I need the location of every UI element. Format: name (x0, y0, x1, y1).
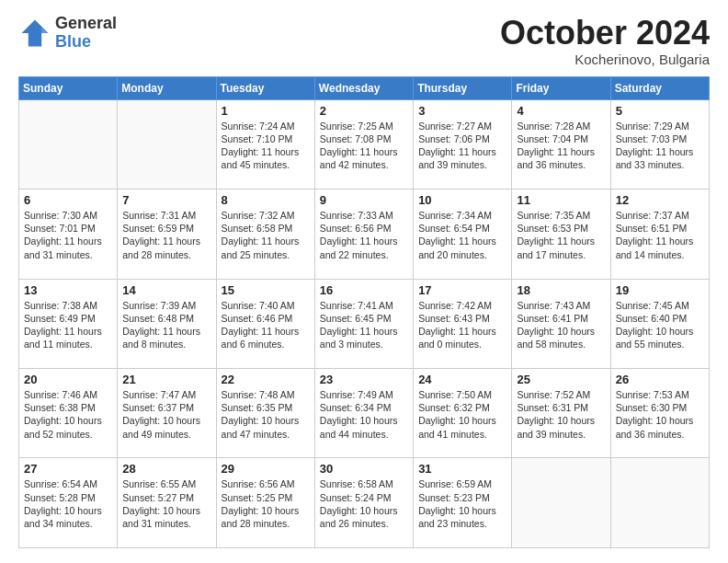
day-number: 26 (616, 373, 704, 386)
weekday-header: Wednesday (314, 76, 413, 99)
day-number: 16 (320, 283, 408, 297)
day-number: 11 (517, 193, 605, 207)
weekday-header: Friday (512, 76, 610, 99)
day-number: 8 (222, 193, 310, 207)
day-number: 23 (320, 373, 408, 386)
day-number: 18 (517, 283, 605, 297)
calendar: SundayMondayTuesdayWednesdayThursdayFrid… (18, 76, 710, 548)
calendar-cell: 6Sunrise: 7:30 AM Sunset: 7:01 PM Daylig… (19, 190, 118, 279)
calendar-cell: 24Sunrise: 7:50 AM Sunset: 6:32 PM Dayli… (414, 369, 512, 458)
calendar-cell: 12Sunrise: 7:37 AM Sunset: 6:51 PM Dayli… (610, 190, 709, 279)
header: General Blue October 2024 Kocherinovo, B… (18, 15, 710, 67)
day-info: Sunrise: 7:38 AM Sunset: 6:49 PM Dayligh… (24, 299, 112, 351)
day-number: 22 (222, 373, 310, 386)
day-number: 1 (222, 104, 310, 118)
day-info: Sunrise: 7:40 AM Sunset: 6:46 PM Dayligh… (222, 299, 310, 351)
page: General Blue October 2024 Kocherinovo, B… (0, 0, 728, 563)
subtitle: Kocherinovo, Bulgaria (500, 52, 710, 67)
day-number: 21 (122, 373, 210, 386)
calendar-cell: 2Sunrise: 7:25 AM Sunset: 7:08 PM Daylig… (314, 99, 413, 189)
calendar-week-row: 13Sunrise: 7:38 AM Sunset: 6:49 PM Dayli… (19, 279, 710, 368)
calendar-cell: 27Sunrise: 6:54 AM Sunset: 5:28 PM Dayli… (19, 458, 118, 548)
main-title: October 2024 (500, 15, 710, 52)
weekday-header: Tuesday (216, 76, 314, 99)
day-info: Sunrise: 7:41 AM Sunset: 6:45 PM Dayligh… (320, 299, 408, 351)
calendar-cell: 4Sunrise: 7:28 AM Sunset: 7:04 PM Daylig… (512, 99, 610, 189)
calendar-cell: 18Sunrise: 7:43 AM Sunset: 6:41 PM Dayli… (512, 279, 610, 368)
calendar-cell: 5Sunrise: 7:29 AM Sunset: 7:03 PM Daylig… (610, 99, 709, 189)
calendar-cell: 10Sunrise: 7:34 AM Sunset: 6:54 PM Dayli… (414, 190, 512, 279)
calendar-cell: 13Sunrise: 7:38 AM Sunset: 6:49 PM Dayli… (19, 279, 118, 368)
day-number: 27 (24, 462, 112, 476)
calendar-cell: 19Sunrise: 7:45 AM Sunset: 6:40 PM Dayli… (610, 279, 709, 368)
day-number: 12 (616, 193, 704, 207)
day-info: Sunrise: 7:37 AM Sunset: 6:51 PM Dayligh… (616, 209, 704, 261)
day-number: 28 (122, 462, 210, 476)
day-number: 4 (517, 104, 605, 118)
day-info: Sunrise: 7:24 AM Sunset: 7:10 PM Dayligh… (222, 120, 310, 172)
calendar-cell: 28Sunrise: 6:55 AM Sunset: 5:27 PM Dayli… (118, 458, 216, 548)
day-info: Sunrise: 6:55 AM Sunset: 5:27 PM Dayligh… (122, 477, 210, 530)
calendar-cell: 8Sunrise: 7:32 AM Sunset: 6:58 PM Daylig… (216, 190, 314, 279)
weekday-header: Sunday (19, 76, 118, 99)
logo-icon (18, 17, 51, 50)
calendar-cell: 16Sunrise: 7:41 AM Sunset: 6:45 PM Dayli… (314, 279, 413, 368)
day-info: Sunrise: 7:49 AM Sunset: 6:34 PM Dayligh… (320, 388, 408, 441)
day-info: Sunrise: 7:47 AM Sunset: 6:37 PM Dayligh… (122, 388, 210, 441)
calendar-cell: 1Sunrise: 7:24 AM Sunset: 7:10 PM Daylig… (216, 99, 314, 189)
day-info: Sunrise: 7:25 AM Sunset: 7:08 PM Dayligh… (320, 120, 408, 172)
day-number: 30 (320, 462, 408, 476)
day-number: 24 (418, 373, 506, 386)
calendar-cell: 20Sunrise: 7:46 AM Sunset: 6:38 PM Dayli… (19, 369, 118, 458)
calendar-week-row: 20Sunrise: 7:46 AM Sunset: 6:38 PM Dayli… (19, 369, 710, 458)
weekday-header-row: SundayMondayTuesdayWednesdayThursdayFrid… (19, 76, 710, 99)
day-info: Sunrise: 7:35 AM Sunset: 6:53 PM Dayligh… (517, 209, 605, 261)
calendar-cell: 3Sunrise: 7:27 AM Sunset: 7:06 PM Daylig… (414, 99, 512, 189)
day-info: Sunrise: 7:39 AM Sunset: 6:48 PM Dayligh… (122, 299, 210, 351)
day-info: Sunrise: 7:29 AM Sunset: 7:03 PM Dayligh… (616, 120, 704, 172)
day-number: 20 (24, 373, 112, 386)
day-info: Sunrise: 7:30 AM Sunset: 7:01 PM Dayligh… (24, 209, 112, 261)
weekday-header: Monday (118, 76, 216, 99)
day-info: Sunrise: 7:32 AM Sunset: 6:58 PM Dayligh… (222, 209, 310, 261)
calendar-cell: 31Sunrise: 6:59 AM Sunset: 5:23 PM Dayli… (414, 458, 512, 548)
day-info: Sunrise: 7:34 AM Sunset: 6:54 PM Dayligh… (418, 209, 506, 261)
logo: General Blue (18, 15, 117, 52)
day-number: 6 (24, 193, 112, 207)
logo-general: General (55, 15, 117, 33)
day-number: 17 (418, 283, 506, 297)
day-number: 9 (320, 193, 408, 207)
calendar-week-row: 27Sunrise: 6:54 AM Sunset: 5:28 PM Dayli… (19, 458, 710, 548)
day-number: 3 (418, 104, 506, 118)
day-number: 13 (24, 283, 112, 297)
logo-text: General Blue (55, 15, 117, 52)
calendar-cell: 17Sunrise: 7:42 AM Sunset: 6:43 PM Dayli… (414, 279, 512, 368)
day-number: 31 (418, 462, 506, 476)
calendar-cell: 14Sunrise: 7:39 AM Sunset: 6:48 PM Dayli… (118, 279, 216, 368)
calendar-cell: 26Sunrise: 7:53 AM Sunset: 6:30 PM Dayli… (610, 369, 709, 458)
day-info: Sunrise: 7:48 AM Sunset: 6:35 PM Dayligh… (222, 388, 310, 441)
calendar-cell: 23Sunrise: 7:49 AM Sunset: 6:34 PM Dayli… (314, 369, 413, 458)
day-number: 7 (122, 193, 210, 207)
day-info: Sunrise: 7:31 AM Sunset: 6:59 PM Dayligh… (122, 209, 210, 261)
calendar-cell: 22Sunrise: 7:48 AM Sunset: 6:35 PM Dayli… (216, 369, 314, 458)
calendar-cell (512, 458, 610, 548)
day-info: Sunrise: 6:56 AM Sunset: 5:25 PM Dayligh… (222, 477, 310, 530)
calendar-cell: 25Sunrise: 7:52 AM Sunset: 6:31 PM Dayli… (512, 369, 610, 458)
day-number: 19 (616, 283, 704, 297)
calendar-week-row: 6Sunrise: 7:30 AM Sunset: 7:01 PM Daylig… (19, 190, 710, 279)
day-number: 25 (517, 373, 605, 386)
day-number: 2 (320, 104, 408, 118)
calendar-cell (118, 99, 216, 189)
title-area: October 2024 Kocherinovo, Bulgaria (500, 15, 710, 67)
calendar-cell: 9Sunrise: 7:33 AM Sunset: 6:56 PM Daylig… (314, 190, 413, 279)
weekday-header: Thursday (414, 76, 512, 99)
day-number: 10 (418, 193, 506, 207)
day-number: 29 (222, 462, 310, 476)
day-info: Sunrise: 6:59 AM Sunset: 5:23 PM Dayligh… (418, 477, 506, 530)
calendar-cell: 21Sunrise: 7:47 AM Sunset: 6:37 PM Dayli… (118, 369, 216, 458)
calendar-cell: 29Sunrise: 6:56 AM Sunset: 5:25 PM Dayli… (216, 458, 314, 548)
weekday-header: Saturday (610, 76, 709, 99)
calendar-week-row: 1Sunrise: 7:24 AM Sunset: 7:10 PM Daylig… (19, 99, 710, 189)
day-info: Sunrise: 7:52 AM Sunset: 6:31 PM Dayligh… (517, 388, 605, 441)
